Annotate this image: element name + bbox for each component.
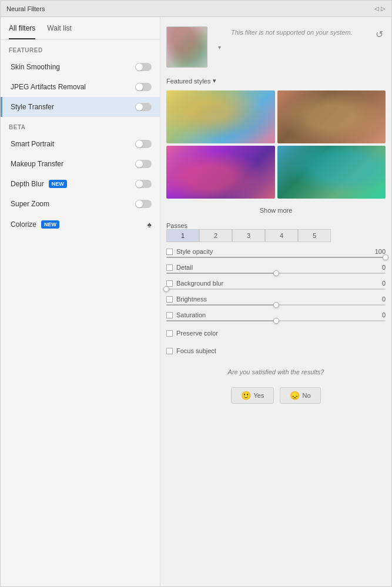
featured-styles-chevron: ▾	[213, 77, 216, 85]
toggle-smart-portrait[interactable]	[135, 140, 152, 148]
depth-blur-left: Depth Blur New	[11, 180, 67, 188]
badge-new-colorize: New	[41, 220, 59, 229]
style-thumb-1[interactable]	[166, 90, 275, 143]
slider-track-style-opacity[interactable]	[166, 257, 386, 258]
filter-item-jpeg-artifacts[interactable]: JPEG Artifacts Removal	[1, 77, 160, 97]
slider-fill-saturation	[166, 320, 276, 321]
slider-fill-detail	[166, 273, 276, 274]
slider-value-background-blur: 0	[382, 280, 386, 287]
slider-track-saturation[interactable]	[166, 320, 386, 321]
toggle-makeup-transfer[interactable]	[135, 160, 152, 168]
show-more-button[interactable]: Show more	[166, 204, 386, 216]
slider-thumb-brightness[interactable]	[273, 302, 279, 308]
pass-btn-4[interactable]: 4	[265, 229, 298, 242]
slider-thumb-background-blur[interactable]	[163, 286, 169, 292]
slider-label-style-opacity: Style opacity	[176, 248, 213, 255]
style-thumb-2[interactable]	[277, 90, 386, 143]
slider-label-brightness: Brightness	[176, 296, 207, 303]
slider-fill-style-opacity	[166, 257, 386, 258]
filter-name-depth-blur: Depth Blur	[11, 180, 44, 188]
window-title: Neural Filters	[6, 5, 45, 12]
reset-button[interactable]: ↺	[373, 26, 386, 42]
not-supported-text: This filter is not supported on your sys…	[231, 29, 353, 36]
download-icon-colorize[interactable]: ♠	[148, 220, 152, 229]
checkbox-preserve-color[interactable]	[166, 330, 173, 337]
slider-style-opacity: Style opacity 100	[166, 248, 386, 258]
filter-name-super-zoom: Super Zoom	[11, 200, 49, 208]
pass-btn-3[interactable]: 3	[232, 229, 265, 242]
filter-item-smart-portrait[interactable]: Smart Portrait	[1, 134, 160, 154]
slider-value-brightness: 0	[382, 296, 386, 303]
no-label: No	[302, 392, 310, 399]
slider-thumb-detail[interactable]	[273, 270, 279, 276]
featured-styles-row[interactable]: Featured styles ▾	[166, 77, 386, 85]
filter-item-style-transfer[interactable]: Style Transfer	[1, 97, 160, 117]
checkbox-focus-subject[interactable]	[166, 348, 173, 354]
filter-item-super-zoom[interactable]: Super Zoom	[1, 194, 160, 214]
badge-new-depth-blur: New	[49, 180, 67, 188]
tab-all-filters[interactable]: All filters	[9, 24, 35, 39]
toggle-super-zoom[interactable]	[135, 200, 152, 208]
label-focus-subject: Focus subject	[176, 347, 216, 354]
passes-label: Passes	[166, 222, 381, 229]
slider-thumb-style-opacity[interactable]	[383, 254, 388, 260]
filter-item-colorize[interactable]: Colorize New ♠	[1, 214, 160, 235]
slider-label-detail: Detail	[176, 264, 193, 271]
pass-btn-5[interactable]: 5	[298, 229, 331, 242]
section-beta: BETA	[1, 117, 160, 134]
featured-styles-label: Featured styles	[166, 78, 210, 85]
filter-item-skin-smoothing[interactable]: Skin Smoothing	[1, 57, 160, 77]
pass-btn-2[interactable]: 2	[199, 229, 232, 242]
style-thumb-3[interactable]	[166, 146, 275, 199]
window-controls[interactable]: ◁ ▷	[374, 5, 386, 12]
label-preserve-color: Preserve color	[176, 330, 218, 337]
yes-button[interactable]: 🙂 Yes	[231, 387, 274, 404]
slider-brightness: Brightness 0	[166, 296, 386, 306]
checkbox-row-focus-subject: Focus subject	[166, 345, 386, 357]
checkbox-detail[interactable]	[166, 264, 173, 271]
filter-name-smart-portrait: Smart Portrait	[11, 140, 54, 148]
filter-item-makeup-transfer[interactable]: Makeup Transfer	[1, 154, 160, 174]
checkbox-brightness[interactable]	[166, 296, 173, 303]
slider-track-background-blur[interactable]	[166, 289, 386, 290]
passes-section: Passes 1 2 3 4 5	[166, 222, 386, 242]
right-panel: ▾ This filter is not supported on your s…	[160, 17, 391, 586]
checkbox-style-opacity[interactable]	[166, 249, 173, 255]
slider-saturation-label-row: Saturation	[166, 311, 206, 318]
satisfaction-question: Are you satisfied with the results?	[166, 363, 386, 379]
style-thumb-4[interactable]	[277, 146, 386, 199]
tabs-bar: All filters Wait list	[1, 17, 160, 40]
slider-track-detail[interactable]	[166, 273, 386, 274]
filter-item-depth-blur[interactable]: Depth Blur New	[1, 174, 160, 194]
slider-label-saturation: Saturation	[176, 311, 206, 318]
checkbox-background-blur[interactable]	[166, 280, 173, 287]
thumb-expand-btn[interactable]: ▾	[213, 26, 225, 68]
smile-icon: 🙂	[241, 391, 251, 400]
filter-name-makeup-transfer: Makeup Transfer	[11, 160, 63, 168]
preview-thumbnail	[166, 26, 207, 68]
toggle-skin-smoothing[interactable]	[135, 63, 152, 71]
checkbox-saturation[interactable]	[166, 312, 173, 318]
toggle-depth-blur[interactable]	[135, 180, 152, 188]
toggle-jpeg-artifacts[interactable]	[135, 83, 152, 91]
filter-name-style-transfer: Style Transfer	[11, 103, 54, 111]
not-supported-bar: ▾ This filter is not supported on your s…	[166, 23, 386, 71]
filter-name-skin-smoothing: Skin Smoothing	[11, 63, 60, 71]
slider-value-style-opacity: 100	[375, 248, 386, 255]
section-featured: FEATURED	[1, 40, 160, 57]
left-panel: All filters Wait list FEATURED Skin Smoo…	[1, 17, 160, 586]
pass-btn-1[interactable]: 1	[166, 229, 199, 242]
passes-row: 1 2 3 4 5	[166, 229, 386, 242]
no-button[interactable]: 😞 No	[280, 387, 320, 404]
slider-brightness-label-row: Brightness	[166, 296, 207, 303]
slider-thumb-saturation[interactable]	[273, 318, 279, 324]
slider-background-blur: Background blur 0	[166, 280, 386, 290]
slider-label-background-blur: Background blur	[176, 280, 223, 287]
toggle-style-transfer[interactable]	[135, 103, 152, 111]
tab-wait-list[interactable]: Wait list	[47, 24, 72, 39]
slider-track-brightness[interactable]	[166, 304, 386, 306]
slider-value-saturation: 0	[382, 311, 386, 318]
slider-style-opacity-label-row: Style opacity	[166, 248, 213, 255]
content-area: All filters Wait list FEATURED Skin Smoo…	[1, 17, 391, 586]
titlebar: Neural Filters ◁ ▷	[1, 1, 391, 17]
